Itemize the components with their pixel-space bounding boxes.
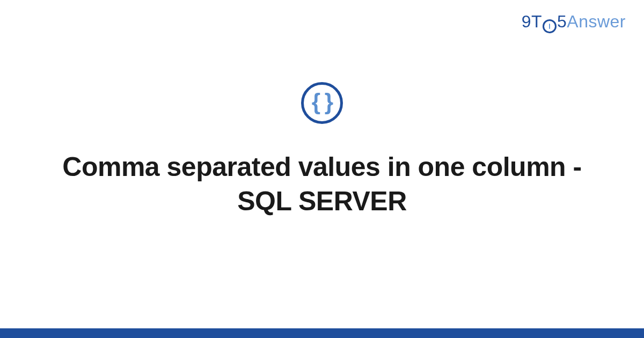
braces-glyph: { } xyxy=(312,91,332,113)
footer-accent-bar xyxy=(0,328,644,338)
page-title: Comma separated values in one column - S… xyxy=(59,150,585,218)
main-content: { } Comma separated values in one column… xyxy=(0,0,644,338)
code-braces-icon: { } xyxy=(301,82,343,124)
